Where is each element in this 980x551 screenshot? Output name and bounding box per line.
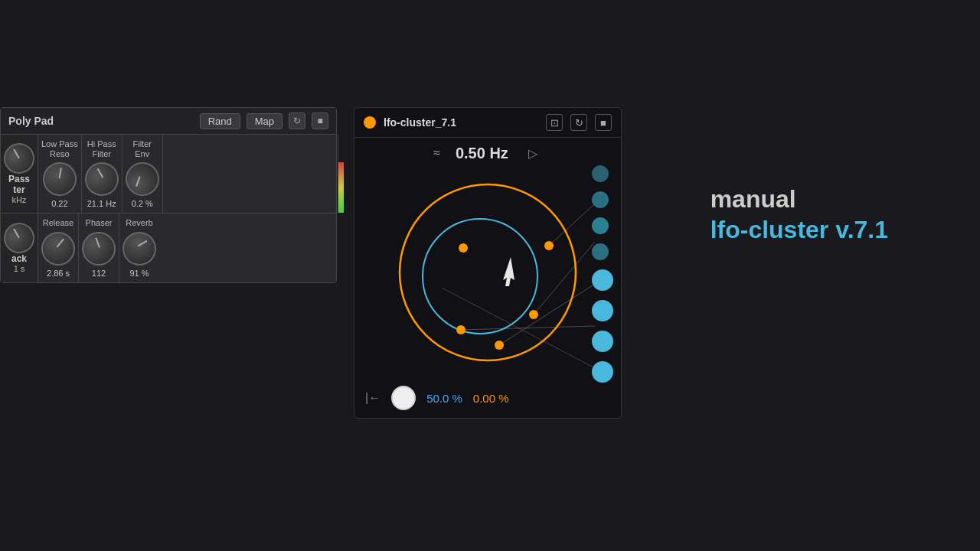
lfo-dot-dark-1[interactable]: [592, 165, 609, 182]
svg-point-10: [495, 341, 504, 350]
release-knob[interactable]: [37, 227, 80, 269]
lfo-frequency: 0.50 Hz: [456, 145, 508, 162]
reverb-label: Reverb: [126, 218, 152, 228]
svg-line-4: [499, 284, 595, 345]
lfo-freq-row: ≈ 0.50 Hz ▷: [354, 138, 621, 165]
lfo-right-dots: [592, 165, 613, 383]
release-value: 2.86 s: [47, 269, 70, 278]
attack-knob[interactable]: [0, 217, 40, 259]
lfo-percent-orange: 0.00 %: [473, 392, 509, 405]
release-label: Release: [43, 218, 74, 228]
lfo-wave-icon: ≈: [433, 146, 440, 160]
pass-ter-label: Passter: [8, 174, 30, 195]
manual-text-block: manual lfo-cluster v.7.1: [710, 184, 888, 244]
low-pass-reso-value: 0.22: [51, 199, 67, 208]
refresh-icon[interactable]: ↻: [289, 112, 305, 129]
svg-point-11: [456, 325, 466, 334]
reverb-knob[interactable]: [116, 226, 162, 272]
level-fill: [338, 162, 344, 214]
filter-env-knob[interactable]: [122, 160, 162, 199]
pass-ter-knob[interactable]: [0, 138, 40, 180]
low-pass-reso-knob[interactable]: [41, 161, 78, 198]
svg-point-1: [423, 219, 537, 334]
svg-point-8: [544, 241, 554, 250]
svg-point-9: [529, 310, 538, 319]
lfo-bottom-row: |← 50.0 % 0.00 %: [354, 380, 621, 410]
top-knob-section: Passter kHz Low PassReso 0.22 Hi PassFil…: [1, 135, 336, 213]
pass-ter-cell: Passter kHz: [1, 135, 38, 213]
phaser-knob[interactable]: [80, 229, 119, 268]
lfo-refresh-icon[interactable]: ↻: [570, 114, 587, 131]
lfo-percent-blue: 50.0 %: [426, 392, 462, 405]
lfo-dot-blue-4[interactable]: [592, 361, 613, 383]
lfo-status-dot: [364, 116, 376, 129]
filter-env-value: 0.2 %: [132, 199, 153, 208]
rand-button[interactable]: Rand: [200, 113, 240, 129]
svg-line-2: [549, 204, 595, 246]
reverb-cell: Reverb 91 %: [119, 214, 159, 282]
lfo-dot-blue-1[interactable]: [592, 269, 613, 291]
hi-pass-filter-knob[interactable]: [81, 158, 122, 200]
reverb-value: 91 %: [129, 269, 149, 278]
phaser-cell: Phaser 112: [79, 214, 119, 282]
left-panel-header: Poly Pad Rand Map ↻ ■: [1, 108, 336, 135]
plugin-title: Poly Pad: [8, 115, 194, 127]
filter-env-cell: FilterEnv 0.2 %: [122, 135, 163, 213]
left-plugin-panel: Poly Pad Rand Map ↻ ■ Passter kHz Low Pa…: [0, 107, 337, 283]
lfo-dot-blue-3[interactable]: [592, 331, 613, 352]
lfo-dot-dark-4[interactable]: [592, 243, 609, 260]
lfo-dot-blue-2[interactable]: [592, 300, 613, 321]
filter-env-label: FilterEnv: [132, 139, 151, 159]
lfo-visualizer[interactable]: [381, 165, 595, 380]
bottom-knob-section: ack 1 s Release 2.86 s Phaser 112 Reverb…: [1, 213, 336, 282]
attack-value: 1 s: [14, 264, 25, 273]
lfo-title: lfo-cluster_7.1: [384, 116, 538, 129]
low-pass-reso-label: Low PassReso: [41, 139, 78, 159]
pass-ter-value: kHz: [12, 195, 27, 204]
manual-title: manual: [710, 184, 888, 216]
lfo-svg: [381, 165, 595, 380]
phaser-value: 112: [92, 269, 106, 278]
svg-point-7: [459, 243, 468, 253]
lfo-phase-dot[interactable]: [391, 386, 416, 410]
map-button[interactable]: Map: [247, 113, 283, 129]
release-cell: Release 2.86 s: [38, 214, 79, 282]
lfo-play-button[interactable]: ▷: [524, 144, 542, 162]
hi-pass-filter-label: Hi PassFilter: [87, 139, 116, 159]
lfo-dot-dark-3[interactable]: [592, 217, 609, 234]
hi-pass-filter-value: 21.1 Hz: [87, 199, 116, 208]
lfo-save-icon[interactable]: ■: [595, 114, 612, 131]
lfo-panel-header: lfo-cluster_7.1 ⊡ ↻ ■: [354, 108, 621, 138]
lfo-dot-dark-2[interactable]: [592, 191, 609, 208]
phaser-label: Phaser: [86, 218, 113, 228]
lfo-expand-icon[interactable]: ⊡: [546, 114, 563, 131]
svg-point-0: [400, 184, 576, 360]
svg-marker-12: [503, 257, 514, 286]
attack-label: ack: [11, 253, 27, 264]
attack-cell: ack 1 s: [1, 214, 38, 282]
level-bar: [338, 135, 344, 213]
manual-subtitle: lfo-cluster v.7.1: [710, 216, 888, 244]
lfo-arrow-icon: |←: [365, 391, 381, 405]
low-pass-reso-cell: Low PassReso 0.22: [38, 135, 82, 213]
save-icon[interactable]: ■: [312, 112, 328, 129]
hi-pass-filter-cell: Hi PassFilter 21.1 Hz: [82, 135, 122, 213]
lfo-panel: lfo-cluster_7.1 ⊡ ↻ ■ ≈ 0.50 Hz ▷: [354, 107, 622, 419]
lfo-visualizer-container: [354, 165, 621, 380]
